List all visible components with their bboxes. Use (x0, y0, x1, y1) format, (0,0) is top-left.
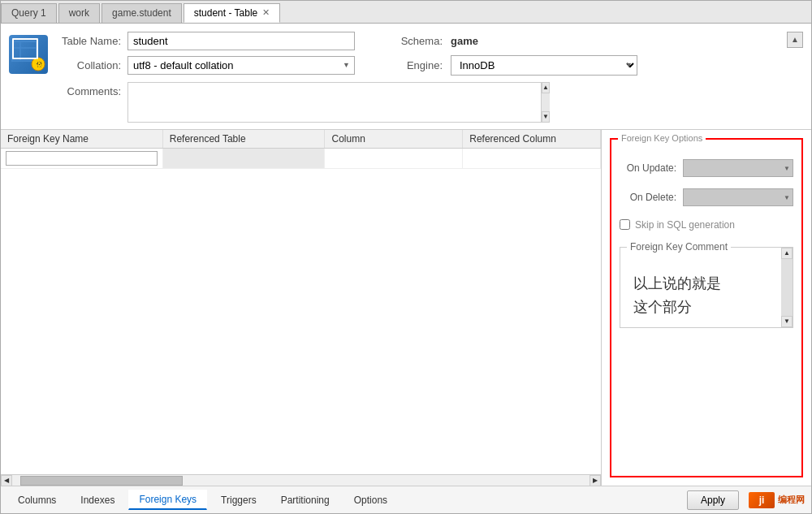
comments-scrollbar: ▲ ▼ (542, 82, 550, 123)
horizontal-scrollbar[interactable]: ◀ ▶ (1, 474, 601, 486)
fk-name-input[interactable] (6, 151, 158, 166)
schema-label: Schema: (378, 35, 443, 47)
comments-label: Comments: (56, 82, 121, 97)
comment-scroll-up[interactable]: ▲ (781, 248, 793, 259)
table-name-input[interactable] (127, 32, 355, 50)
close-tab-icon[interactable]: ✕ (262, 7, 270, 18)
schema-value: game (451, 35, 478, 47)
main-content: ⚙ Table Name: Schema: game Collation: (1, 24, 811, 513)
fk-column-cell (325, 149, 463, 168)
on-delete-select[interactable] (683, 188, 793, 206)
comment-scroll-down[interactable]: ▼ (781, 316, 793, 327)
tab-options[interactable]: Options (343, 490, 398, 510)
body-section: Foreign Key Name Referenced Table Column… (1, 129, 811, 486)
svg-point-3 (32, 58, 45, 71)
fk-name-cell[interactable] (1, 149, 163, 168)
comments-textarea[interactable] (127, 82, 542, 123)
comments-row: Comments: ▲ ▼ (56, 82, 803, 123)
tab-game-student[interactable]: game.student (102, 3, 182, 23)
table-name-row: Table Name: Schema: game (56, 32, 803, 50)
fk-table-body (1, 149, 601, 474)
table-icon: ⚙ (9, 35, 48, 74)
collation-row: Collation: utf8 - default collation Engi… (56, 55, 803, 76)
fk-comment-scrollbar: ▲ ▼ (781, 248, 793, 327)
tab-work[interactable]: work (58, 3, 100, 23)
tab-bar: Query 1 work game.student student - Tabl… (1, 1, 811, 24)
scrollbar-track (12, 475, 590, 486)
skip-sql-checkbox[interactable] (620, 219, 630, 230)
collation-select[interactable]: utf8 - default collation (127, 56, 355, 75)
svg-rect-0 (12, 41, 37, 61)
fk-comment-text: 以上说的就是这个部分 (620, 248, 793, 327)
skip-sql-row: Skip in SQL generation (620, 219, 793, 231)
fk-ref-table-cell (163, 149, 326, 168)
col-header-ref-table: Referenced Table (163, 130, 326, 148)
scroll-right-arrow[interactable]: ▶ (590, 475, 601, 486)
col-header-fk-name: Foreign Key Name (1, 130, 163, 148)
scrollbar-thumb[interactable] (20, 476, 183, 486)
fk-table-panel: Foreign Key Name Referenced Table Column… (1, 130, 602, 486)
fk-options-box: Foreign Key Options On Update: On Delete… (610, 138, 803, 477)
svg-text:⚙: ⚙ (36, 60, 43, 69)
tab-indexes[interactable]: Indexes (70, 490, 125, 510)
on-update-label: On Update: (620, 162, 676, 174)
on-delete-label: On Delete: (620, 192, 676, 203)
collapse-button[interactable]: ▲ (787, 32, 803, 48)
tab-query1[interactable]: Query 1 (1, 3, 57, 23)
tab-student-table[interactable]: student - Table ✕ (184, 3, 281, 23)
tab-foreign-keys[interactable]: Foreign Keys (128, 490, 207, 510)
scroll-down-arrow[interactable]: ▼ (542, 111, 550, 123)
scroll-up-arrow[interactable]: ▲ (542, 82, 550, 93)
engine-select[interactable]: InnoDB (451, 55, 637, 76)
bottom-tab-bar: Columns Indexes Foreign Keys Triggers Pa… (1, 486, 811, 513)
apply-button[interactable]: Apply (687, 490, 739, 510)
tab-triggers[interactable]: Triggers (210, 490, 267, 510)
tab-columns[interactable]: Columns (7, 490, 67, 510)
fk-row (1, 149, 601, 169)
table-icon-svg: ⚙ (9, 35, 48, 74)
fk-table-header: Foreign Key Name Referenced Table Column… (1, 130, 601, 149)
tab-partitioning[interactable]: Partitioning (270, 490, 340, 510)
on-delete-row: On Delete: (620, 188, 793, 206)
logo-area: ji 编程网 (749, 492, 805, 508)
engine-label: Engine: (378, 59, 443, 71)
fk-options-title: Foreign Key Options (618, 133, 706, 143)
fk-options-panel: Foreign Key Options On Update: On Delete… (602, 130, 811, 486)
logo-text: 编程网 (778, 494, 805, 506)
table-name-label: Table Name: (56, 35, 121, 47)
collation-label: Collation: (56, 59, 121, 71)
scroll-left-arrow[interactable]: ◀ (1, 475, 12, 486)
on-update-select[interactable] (683, 159, 793, 177)
fk-comment-title: Foreign Key Comment (627, 241, 731, 253)
on-update-row: On Update: (620, 159, 793, 177)
col-header-ref-column: Referenced Column (463, 130, 601, 148)
logo-icon: ji (749, 492, 775, 508)
fk-comment-group: Foreign Key Comment 以上说的就是这个部分 ▲ ▼ (620, 247, 793, 328)
fk-ref-col-cell (463, 149, 601, 168)
col-header-column: Column (325, 130, 463, 148)
right-panel-vscroll (795, 211, 806, 461)
skip-sql-label: Skip in SQL generation (635, 219, 735, 231)
